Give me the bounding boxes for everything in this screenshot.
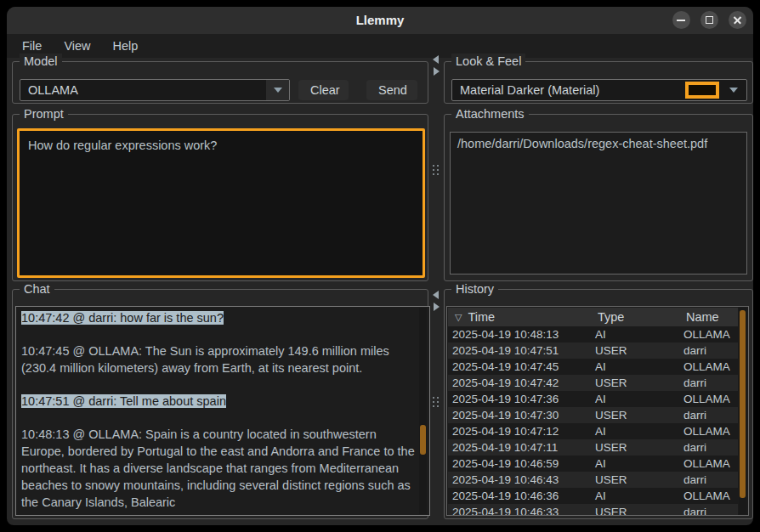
titlebar[interactable]: Llemmy	[7, 7, 753, 34]
splitter-collapse-left-icon[interactable]	[433, 291, 439, 299]
history-cell-time: 2025-04-19 10:47:45	[448, 360, 591, 373]
menu-item[interactable]: View	[55, 37, 99, 55]
history-cell-type: USER	[591, 344, 679, 357]
attachment-item[interactable]: /home/darri/Downloads/regex-cheat-sheet.…	[451, 133, 746, 155]
history-cell-time: 2025-04-19 10:46:33	[448, 506, 591, 515]
history-table: ▽ Time Type Name 2025-04-19 10:48:13 AI …	[446, 306, 749, 516]
window-title: Llemmy	[7, 7, 753, 34]
splitter-collapse-right-icon[interactable]	[434, 303, 440, 311]
attachments-group-label: Attachments	[451, 106, 529, 122]
history-cell-name: darri	[679, 506, 738, 515]
chat-scrollbar-thumb[interactable]	[420, 425, 426, 455]
prompt-group: Prompt How do regular expressions work?	[12, 114, 428, 281]
look-and-feel-group: Look & Feel Material Darker (Material)	[444, 61, 753, 104]
maximize-button[interactable]	[700, 11, 718, 29]
maximize-icon	[706, 16, 713, 24]
history-header-time[interactable]: ▽ Time	[448, 310, 591, 324]
history-cell-name: darri	[679, 376, 738, 389]
history-cell-name: darri	[679, 473, 738, 486]
history-cell-name: OLLAMA	[679, 360, 738, 373]
window-controls	[672, 11, 746, 29]
chat-message: 10:47:42 @ darri: how far is the sun?	[21, 309, 417, 326]
history-cell-name: OLLAMA	[679, 393, 738, 405]
history-cell-name: OLLAMA	[679, 457, 738, 470]
history-cell-name: OLLAMA	[679, 328, 738, 341]
history-cell-time: 2025-04-19 10:46:59	[448, 457, 591, 470]
history-cell-time: 2025-04-19 10:46:36	[448, 490, 591, 502]
history-group: History ▽ Time Type Name 2025-04-19 10:4…	[444, 289, 753, 519]
splitter-collapse-right-icon[interactable]	[434, 67, 440, 76]
history-cell-type: AI	[591, 328, 679, 341]
history-scrollbar-thumb[interactable]	[740, 310, 746, 498]
look-and-feel-group-label: Look & Feel	[451, 54, 525, 70]
splitter-collapse-left-icon[interactable]	[433, 55, 439, 64]
look-and-feel-selected-value: Material Darker (Material)	[452, 83, 685, 97]
chat-scrollbar[interactable]	[419, 308, 427, 514]
model-select[interactable]: OLLAMA	[20, 79, 290, 101]
history-cell-time: 2025-04-19 10:47:12	[448, 425, 591, 438]
chat-group: Chat 10:47:42 @ darri: how far is the su…	[12, 289, 428, 519]
history-cell-time: 2025-04-19 10:47:30	[448, 409, 591, 422]
history-cell-type: AI	[591, 490, 679, 502]
chat-message: 10:47:45 @ OLLAMA: The Sun is approximat…	[21, 342, 417, 376]
history-row[interactable]: 2025-04-19 10:46:33 USER darri	[448, 504, 738, 515]
attachments-group: Attachments /home/darri/Downloads/regex-…	[444, 114, 753, 281]
app-window: Llemmy FileViewHelp Model OLLAMA Clear S…	[7, 7, 753, 525]
history-row[interactable]: 2025-04-19 10:47:36 AI OLLAMA	[448, 391, 738, 407]
prompt-textarea[interactable]: How do regular expressions work?	[17, 128, 425, 278]
chat-message: 10:48:13 @ OLLAMA: Spain is a country lo…	[21, 426, 417, 511]
sort-descending-icon: ▽	[455, 312, 462, 323]
history-row[interactable]: 2025-04-19 10:47:11 USER darri	[448, 439, 738, 456]
history-cell-time: 2025-04-19 10:47:51	[448, 344, 591, 357]
chevron-down-icon	[274, 88, 282, 93]
history-cell-time: 2025-04-19 10:48:13	[448, 328, 591, 341]
history-rows: 2025-04-19 10:48:13 AI OLLAMA 2025-04-19…	[448, 326, 738, 515]
menubar: FileViewHelp	[7, 34, 753, 58]
chevron-down-icon	[729, 88, 738, 93]
chat-group-label: Chat	[20, 281, 54, 297]
history-cell-name: OLLAMA	[679, 425, 738, 438]
history-row[interactable]: 2025-04-19 10:46:36 AI OLLAMA	[448, 488, 738, 504]
history-cell-type: USER	[591, 409, 679, 422]
history-header-type[interactable]: Type	[591, 310, 679, 324]
history-row[interactable]: 2025-04-19 10:48:13 AI OLLAMA	[448, 326, 738, 342]
history-cell-name: OLLAMA	[679, 490, 738, 502]
history-row[interactable]: 2025-04-19 10:46:43 USER darri	[448, 472, 738, 488]
history-cell-type: AI	[591, 457, 679, 470]
minimize-button[interactable]	[672, 11, 690, 29]
history-row[interactable]: 2025-04-19 10:47:30 USER darri	[448, 407, 738, 423]
close-button[interactable]	[729, 11, 746, 29]
history-row[interactable]: 2025-04-19 10:47:12 AI OLLAMA	[448, 423, 738, 439]
menu-item[interactable]: File	[14, 37, 50, 55]
history-scrollbar[interactable]	[739, 308, 746, 514]
history-cell-type: USER	[591, 376, 679, 389]
theme-color-swatch	[685, 82, 719, 99]
model-group-label: Model	[20, 54, 62, 70]
history-row[interactable]: 2025-04-19 10:47:42 USER darri	[448, 375, 738, 391]
attachments-list[interactable]: /home/darri/Downloads/regex-cheat-sheet.…	[450, 132, 747, 274]
splitter-handle-icon[interactable]	[433, 165, 440, 178]
splitter-handle-icon[interactable]	[433, 397, 440, 410]
model-selected-value: OLLAMA	[20, 83, 266, 97]
send-button[interactable]: Send	[366, 80, 417, 100]
chat-message: 10:47:51 @ darri: Tell me about spain	[21, 393, 417, 410]
history-cell-name: darri	[679, 441, 738, 454]
chat-log[interactable]: 10:47:42 @ darri: how far is the sun?10:…	[15, 306, 430, 516]
clear-button[interactable]: Clear	[298, 80, 349, 100]
history-cell-type: USER	[591, 506, 679, 515]
history-header-name[interactable]: Name	[679, 310, 738, 324]
history-cell-type: USER	[591, 441, 679, 454]
history-cell-time: 2025-04-19 10:46:43	[448, 473, 591, 486]
history-cell-type: AI	[591, 393, 679, 405]
menu-item[interactable]: Help	[105, 37, 147, 55]
history-row[interactable]: 2025-04-19 10:47:51 USER darri	[448, 342, 738, 359]
history-row[interactable]: 2025-04-19 10:46:59 AI OLLAMA	[448, 456, 738, 472]
history-group-label: History	[451, 281, 498, 297]
look-and-feel-select[interactable]: Material Darker (Material)	[451, 79, 747, 101]
history-cell-type: AI	[591, 425, 679, 438]
history-cell-name: darri	[679, 409, 738, 422]
minimize-icon	[677, 20, 685, 21]
history-cell-time: 2025-04-19 10:47:42	[448, 376, 591, 389]
history-row[interactable]: 2025-04-19 10:47:45 AI OLLAMA	[448, 359, 738, 375]
model-group: Model OLLAMA Clear Send	[12, 61, 428, 104]
